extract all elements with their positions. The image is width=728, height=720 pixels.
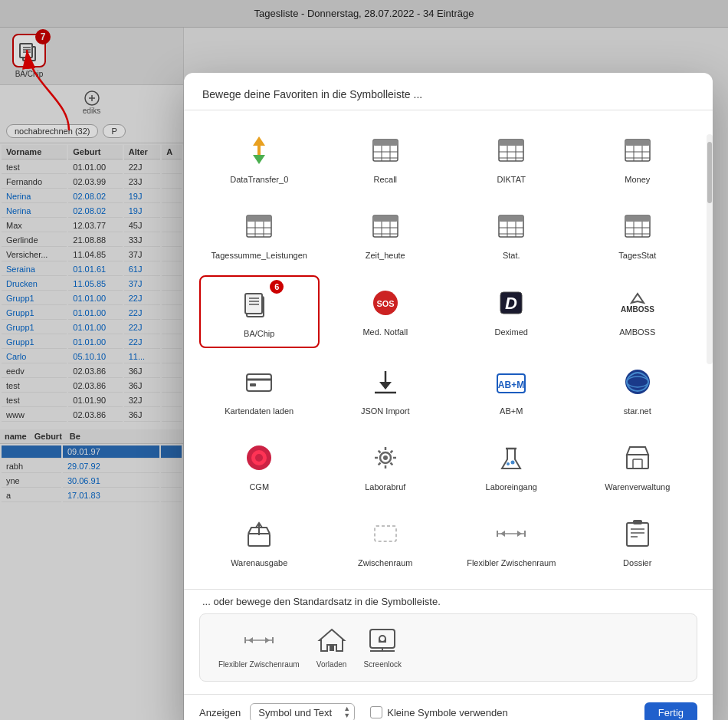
svg-rect-83	[633, 459, 642, 468]
svg-rect-102	[330, 645, 334, 651]
modal-scrollbar[interactable]	[707, 134, 713, 364]
modal-icon-diktat[interactable]: DIKTAT	[451, 123, 572, 192]
icon-box-dossier	[618, 514, 657, 554]
svg-marker-63	[631, 294, 644, 303]
icon-box-warenausgabe	[239, 514, 279, 554]
svg-marker-68	[379, 382, 392, 390]
icon-label-kartendaten: Kartendaten laden	[225, 406, 293, 416]
svg-rect-55	[245, 294, 262, 314]
icon-badge-bachip: 6	[270, 280, 284, 294]
modal-icon-laborabruf[interactable]: Laborabruf	[326, 430, 446, 500]
svg-marker-101	[265, 637, 270, 643]
icon-label-laborabruf: Laborabruf	[365, 482, 405, 492]
kleine-symbole-text: Kleine Symbole verwenden	[387, 707, 508, 718]
modal-title: Bewege deine Favoriten in die Symbolleis…	[202, 88, 422, 100]
done-button[interactable]: Fertig	[644, 702, 697, 720]
favorites-modal: Bewege deine Favoriten in die Symbolleis…	[184, 73, 713, 720]
std-icon-screenlock[interactable]: Screenlock	[364, 623, 402, 669]
svg-point-106	[379, 636, 385, 642]
anzeigen-label: Anzeigen	[199, 707, 241, 718]
section-label: ... oder bewege den Standardsatz in die …	[184, 589, 713, 613]
icon-label-tagesstat: TagesStat	[618, 250, 656, 261]
modal-icon-stat[interactable]: Stat.	[451, 199, 572, 268]
std-icon-box-vorladen	[315, 623, 349, 657]
icon-box-tagessumme	[239, 206, 279, 246]
svg-rect-19	[499, 140, 523, 146]
icon-label-dossier: Dossier	[623, 557, 651, 568]
scrollbar-thumb	[707, 142, 712, 203]
icon-label-recall: Recall	[373, 174, 397, 185]
icon-label-zeitheute: Zeit_heute	[366, 250, 405, 261]
icon-box-laboreingang	[491, 438, 531, 478]
modal-icon-tagessumme[interactable]: Tagessumme_Leistungen	[199, 199, 320, 268]
modal-icon-deximed[interactable]: DDeximed	[451, 275, 572, 348]
std-icon-box-flex-space-std	[242, 623, 276, 657]
icon-box-kartendaten	[239, 362, 279, 402]
modal-icon-jsonimport[interactable]: JSON Import	[326, 354, 446, 424]
icon-box-money	[618, 130, 657, 170]
modal-icon-tagesstat[interactable]: TagesStat	[578, 199, 698, 268]
icon-label-warenverwaltung: Warenverwaltung	[605, 482, 670, 492]
std-icon-flex-space-std[interactable]: Flexibler Zwischenraum	[218, 623, 300, 669]
icon-box-flexibler	[491, 514, 531, 554]
svg-rect-103	[370, 630, 395, 648]
icon-box-warenverwaltung	[618, 438, 657, 478]
display-select-wrapper[interactable]: Symbol und TextNur SymbolNur Text ▲▼	[250, 703, 355, 720]
icon-box-deximed: D	[491, 283, 531, 323]
icon-label-flexibler: Flexibler Zwischenraum	[467, 557, 556, 568]
modal-icon-cgm[interactable]: CGM	[199, 430, 320, 500]
modal-icon-flexibler[interactable]: Flexibler Zwischenraum	[451, 506, 572, 576]
icon-box-zeitheute	[366, 206, 405, 246]
svg-point-80	[507, 462, 510, 465]
svg-rect-11	[257, 146, 261, 155]
svg-text:AMBOSS: AMBOSS	[621, 305, 654, 314]
svg-text:D: D	[505, 294, 517, 313]
modal-icon-zwischenraum[interactable]: Zwischenraum	[326, 506, 446, 576]
kleine-symbole-checkbox[interactable]	[370, 706, 382, 718]
modal-icon-starnet[interactable]: star.net	[578, 354, 698, 424]
standard-icons-bar: Flexibler ZwischenraumVorladenScreenlock	[199, 613, 697, 682]
modal-icon-kartendaten[interactable]: Kartendaten laden	[199, 354, 320, 424]
icon-box-laborabruf	[366, 438, 405, 478]
svg-rect-43	[499, 215, 523, 222]
std-icon-label-screenlock: Screenlock	[364, 660, 402, 669]
icon-label-bachip: BA/Chip	[244, 328, 274, 339]
svg-rect-37	[373, 215, 398, 222]
modal-icon-warenverwaltung[interactable]: Warenverwaltung	[578, 430, 698, 500]
modal-icon-dossier[interactable]: Dossier	[578, 506, 698, 576]
modal-icon-money[interactable]: Money	[578, 123, 698, 192]
modal-icon-recall[interactable]: Recall	[326, 123, 446, 192]
icon-label-datatransfer: DataTransfer_0	[230, 174, 288, 185]
icon-box-starnet	[618, 362, 657, 402]
modal-icon-laboreingang[interactable]: Laboreingang	[451, 430, 572, 500]
modal-icon-mednotfall[interactable]: SOSMed. Notfall	[326, 275, 446, 348]
modal-header: Bewege deine Favoriten in die Symbolleis…	[184, 73, 713, 110]
icon-box-bachip: 6	[239, 284, 279, 324]
icon-label-cgm: CGM	[249, 482, 269, 492]
icon-box-stat	[491, 206, 531, 246]
std-icon-box-screenlock	[366, 623, 399, 657]
std-icon-vorladen[interactable]: Vorladen	[315, 623, 349, 669]
std-icon-label-vorladen: Vorladen	[316, 660, 346, 669]
modal-icon-zeitheute[interactable]: Zeit_heute	[326, 199, 446, 268]
icon-label-mednotfall: Med. Notfall	[362, 327, 408, 337]
svg-marker-91	[517, 531, 522, 537]
modal-icon-datatransfer[interactable]: DataTransfer_0	[199, 123, 320, 192]
modal-icon-amboss[interactable]: AMBOSSAMBOSS	[578, 275, 698, 348]
modal-icon-warenausgabe[interactable]: Warenausgabe	[199, 506, 320, 576]
modal-icon-abm[interactable]: AB+MAB+M	[451, 354, 572, 424]
svg-point-78	[383, 455, 388, 460]
std-icon-label-flex-space-std: Flexibler Zwischenraum	[218, 660, 300, 669]
kleine-symbole-label[interactable]: Kleine Symbole verwenden	[370, 706, 508, 718]
icon-label-abm: AB+M	[500, 406, 523, 416]
icon-label-deximed: Deximed	[495, 327, 528, 337]
icon-box-tagesstat	[618, 206, 657, 246]
icon-box-datatransfer	[239, 130, 279, 170]
modal-icon-bachip[interactable]: 6BA/Chip	[199, 275, 320, 348]
svg-marker-10	[253, 155, 265, 164]
svg-text:AB+M: AB+M	[498, 380, 524, 390]
display-select[interactable]: Symbol und TextNur SymbolNur Text	[250, 703, 355, 720]
icon-box-amboss: AMBOSS	[618, 283, 657, 323]
icon-box-zwischenraum	[366, 514, 405, 554]
icon-label-starnet: star.net	[624, 406, 651, 416]
